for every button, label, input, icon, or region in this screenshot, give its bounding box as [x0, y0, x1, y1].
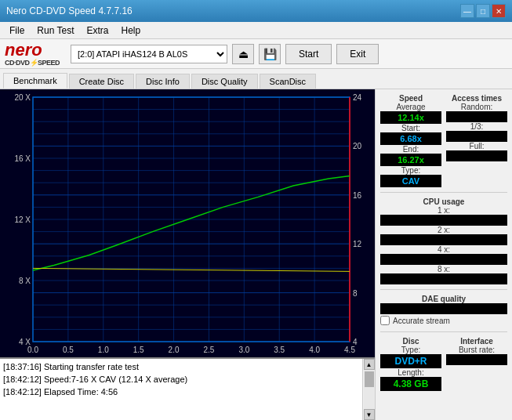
log-content: [18:37:16] Starting transfer rate test [… — [0, 359, 362, 420]
speed-col: Speed Average 12.14x Start: 6.68x End: 1… — [380, 94, 441, 187]
access-times-title: Access times — [446, 94, 507, 103]
menu-run-test[interactable]: Run Test — [31, 24, 80, 38]
log-area: [18:37:16] Starting transfer rate test [… — [0, 357, 375, 420]
disc-type-value: DVD+R — [380, 354, 441, 368]
log-line-3: [18:42:12] Elapsed Time: 4:56 — [3, 386, 359, 398]
benchmark-chart — [0, 89, 375, 357]
disc-length-value: 4.38 GB — [380, 377, 441, 391]
minimize-button[interactable]: — — [460, 4, 474, 18]
disc-title: Disc — [380, 337, 441, 346]
main-area: [18:37:16] Starting transfer rate test [… — [0, 89, 512, 420]
tab-bar: Benchmark Create Disc Disc Info Disc Qua… — [0, 69, 512, 89]
cpu-section: CPU usage 1 x: 2 x: 4 x: 8 x: — [380, 197, 507, 284]
cpu-1x-label: 1 x: — [380, 206, 507, 215]
maximize-button[interactable]: □ — [476, 4, 490, 18]
speed-access-section: Speed Average 12.14x Start: 6.68x End: 1… — [380, 94, 507, 187]
dae-section: DAE quality Accurate stream — [380, 295, 507, 327]
log-line-1: [18:37:16] Starting transfer rate test — [3, 360, 359, 373]
exit-button[interactable]: Exit — [336, 44, 379, 64]
interface-title: Interface — [446, 337, 507, 346]
cpu-2x-label: 2 x: — [380, 226, 507, 234]
menu-extra[interactable]: Extra — [80, 24, 114, 38]
cpu-4x-value — [380, 254, 507, 265]
interface-col: Interface Burst rate: — [446, 337, 507, 391]
random-value — [446, 111, 507, 122]
disc-interface-section: Disc Type: DVD+R Length: 4.38 GB Interfa… — [380, 337, 507, 391]
nero-logo: nero — [5, 42, 60, 59]
chart-area — [0, 89, 375, 357]
full-label: Full: — [446, 142, 507, 150]
drive-selector[interactable]: [2:0] ATAPI iHAS124 B AL0S — [71, 45, 227, 63]
tab-benchmark[interactable]: Benchmark — [3, 73, 67, 89]
start-label: Start: — [380, 124, 441, 132]
accurate-stream-checkbox[interactable] — [380, 316, 390, 325]
accurate-stream-row: Accurate stream — [380, 314, 507, 327]
log-scrollbar[interactable]: ▲ ▼ — [362, 359, 375, 420]
speed-title: Speed — [380, 94, 441, 103]
right-panel: Speed Average 12.14x Start: 6.68x End: 1… — [375, 89, 512, 420]
log-line-2: [18:42:12] Speed:7-16 X CAV (12.14 X ave… — [3, 373, 359, 386]
disc-type-label: Type: — [380, 346, 441, 354]
random-label: Random: — [446, 103, 507, 111]
one-third-label: 1/3: — [446, 122, 507, 131]
tab-disc-quality[interactable]: Disc Quality — [191, 74, 258, 89]
dae-col: DAE quality Accurate stream — [380, 295, 507, 327]
nero-sub: CD·DVD⚡SPEED — [5, 59, 60, 67]
full-value — [446, 150, 507, 161]
disc-length-label: Length: — [380, 368, 441, 377]
accurate-stream-label: Accurate stream — [393, 317, 450, 325]
menu-bar: File Run Test Extra Help — [0, 22, 512, 39]
average-label: Average — [380, 103, 441, 111]
cpu-4x-label: 4 x: — [380, 245, 507, 254]
cpu-title: CPU usage — [380, 197, 507, 206]
menu-file[interactable]: File — [3, 24, 31, 38]
save-button[interactable]: 💾 — [259, 44, 281, 64]
divider-1 — [380, 192, 507, 193]
type-label: Type: — [380, 166, 441, 175]
menu-help[interactable]: Help — [115, 24, 147, 38]
window-controls: — □ ✕ — [460, 4, 506, 18]
cpu-2x-value — [380, 234, 507, 245]
divider-2 — [380, 289, 507, 290]
logo: nero CD·DVD⚡SPEED — [5, 42, 60, 67]
start-button[interactable]: Start — [285, 44, 332, 64]
eject-button[interactable]: ⏏ — [232, 44, 254, 64]
start-value: 6.68x — [380, 132, 441, 145]
end-label: End: — [380, 145, 441, 154]
burst-rate-value — [446, 354, 507, 365]
cpu-col: CPU usage 1 x: 2 x: 4 x: 8 x: — [380, 197, 507, 284]
dae-title: DAE quality — [380, 295, 507, 303]
window-title: Nero CD-DVD Speed 4.7.7.16 — [6, 5, 133, 16]
divider-3 — [380, 331, 507, 332]
chart-container: [18:37:16] Starting transfer rate test [… — [0, 89, 375, 420]
cpu-8x-value — [380, 273, 507, 284]
tab-create-disc[interactable]: Create Disc — [69, 74, 134, 89]
type-value: CAV — [380, 175, 441, 187]
disc-col: Disc Type: DVD+R Length: 4.38 GB — [380, 337, 441, 391]
cpu-1x-value — [380, 215, 507, 226]
scroll-thumb[interactable] — [365, 371, 374, 387]
tab-scan-disc[interactable]: ScanDisc — [260, 74, 316, 89]
close-button[interactable]: ✕ — [492, 4, 506, 18]
dae-value — [380, 303, 507, 314]
scroll-track[interactable] — [364, 370, 375, 409]
one-third-value — [446, 131, 507, 142]
burst-rate-label: Burst rate: — [446, 346, 507, 354]
title-bar: Nero CD-DVD Speed 4.7.7.16 — □ ✕ — [0, 0, 512, 22]
tab-disc-info[interactable]: Disc Info — [136, 74, 190, 89]
scroll-up-btn[interactable]: ▲ — [364, 359, 375, 370]
access-times-col: Access times Random: 1/3: Full: — [446, 94, 507, 187]
end-value: 16.27x — [380, 154, 441, 166]
cpu-8x-label: 8 x: — [380, 265, 507, 273]
scroll-down-btn[interactable]: ▼ — [364, 409, 375, 420]
average-value: 12.14x — [380, 111, 441, 124]
toolbar: nero CD·DVD⚡SPEED [2:0] ATAPI iHAS124 B … — [0, 39, 512, 69]
